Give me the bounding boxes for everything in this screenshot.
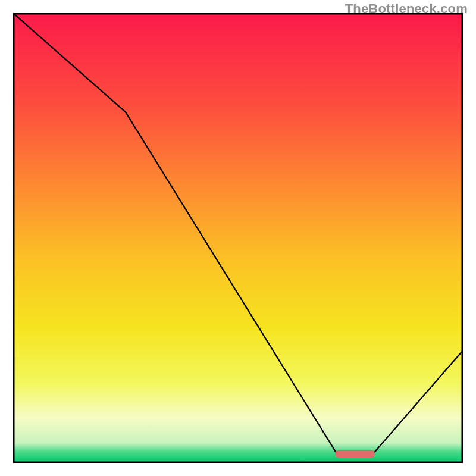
watermark-text: TheBottleneck.com [345,1,468,17]
chart-container [13,13,463,463]
chart-background [13,13,463,463]
optimum-marker [335,450,375,458]
bottleneck-chart [13,13,463,463]
